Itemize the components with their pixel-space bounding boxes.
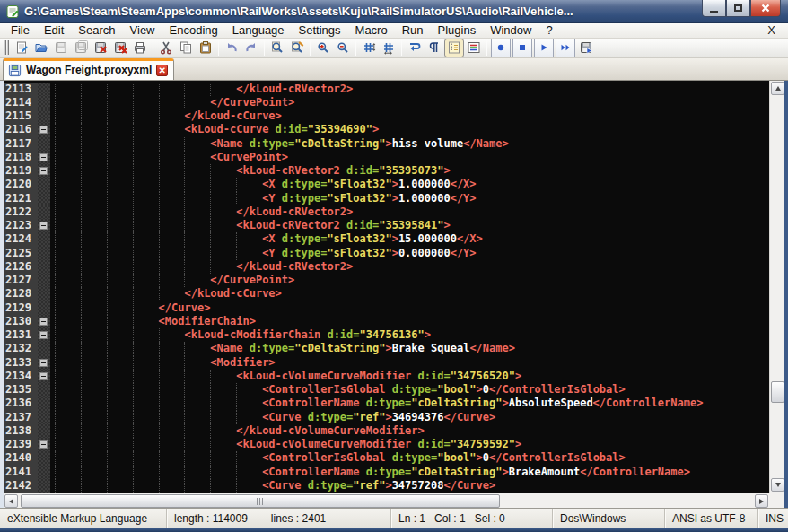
menu-plugins[interactable]: Plugins (431, 23, 484, 37)
zoom-out-button[interactable] (333, 39, 353, 57)
code-line[interactable]: 2117<Name d:type="cDeltaString">hiss vol… (4, 137, 769, 151)
menu-run[interactable]: Run (395, 23, 431, 37)
macro-playback-button[interactable] (534, 39, 554, 57)
user-defined-language-button[interactable] (464, 39, 484, 57)
editor-text-area[interactable]: 2113</kLoud-cRVector2>2114</CurvePoint>2… (4, 81, 769, 493)
code-line[interactable]: 2142<Curve d:type="ref">34757208</Curve> (4, 479, 769, 493)
minimize-button[interactable] (702, 0, 726, 17)
menu-settings[interactable]: Settings (292, 23, 348, 37)
sync-vertical-scroll-button[interactable] (359, 39, 379, 57)
fold-collapse-icon[interactable] (39, 331, 48, 339)
tab-close-icon[interactable]: ✕ (156, 65, 168, 76)
fold-collapse-icon[interactable] (39, 359, 48, 367)
tab-wagon-freight[interactable]: Wagon Freight.proxyxml ✕ (3, 58, 174, 80)
macro-record-button[interactable] (491, 39, 511, 57)
vertical-scroll-thumb[interactable] (771, 381, 784, 403)
show-indent-guide-button[interactable] (444, 39, 464, 57)
zoom-in-button[interactable] (313, 39, 333, 57)
code-line[interactable]: 2114</CurvePoint> (4, 96, 769, 109)
code-line[interactable]: 2130<ModifierChain> (4, 315, 769, 328)
sync-horizontal-scroll-button[interactable] (379, 39, 398, 57)
scroll-up-arrow[interactable] (771, 82, 784, 95)
menu-language[interactable]: Language (225, 23, 292, 37)
code-line[interactable]: 2134<kLoud-cVolumeCurveModifier d:id="34… (4, 370, 769, 383)
code-line[interactable]: 2123<kLoud-cRVector2 d:id="35395841"> (4, 219, 769, 232)
toolbar-grip[interactable] (4, 40, 9, 55)
code-line[interactable]: 2124<X d:type="sFloat32">15.000000</X> (4, 232, 769, 246)
fold-collapse-icon[interactable] (39, 222, 48, 230)
undo-button[interactable] (222, 39, 241, 57)
scroll-right-arrow[interactable] (755, 494, 768, 508)
fold-collapse-icon[interactable] (39, 318, 48, 326)
code-line[interactable]: 2140<ControllerIsGlobal d:type="bool">0<… (4, 451, 769, 465)
find-button[interactable] (267, 39, 287, 57)
menu-view[interactable]: View (123, 23, 162, 37)
replace-button[interactable] (287, 39, 307, 57)
code-line[interactable]: 2129</Curve> (4, 301, 769, 315)
paste-button[interactable] (196, 39, 215, 57)
save-file-button[interactable] (51, 39, 71, 57)
show-all-characters-button[interactable] (425, 39, 444, 57)
menu-close-document-button[interactable]: X (758, 23, 784, 37)
code-line[interactable]: 2121<Y d:type="sFloat32">1.000000</Y> (4, 192, 769, 205)
status-eol-format[interactable]: Dos\Windows (553, 509, 665, 528)
menu-edit[interactable]: Edit (37, 23, 71, 37)
maximize-button[interactable] (726, 0, 750, 17)
code-line[interactable]: 2131<kLoud-cModifierChain d:id="34756136… (4, 328, 769, 342)
fold-margin (38, 356, 50, 370)
menu-window[interactable]: Window (483, 23, 538, 37)
fold-collapse-icon[interactable] (39, 372, 48, 380)
code-line[interactable]: 2136<ControllerName d:type="cDeltaString… (4, 397, 769, 410)
cut-button[interactable] (156, 39, 176, 57)
vertical-scrollbar[interactable] (769, 81, 784, 493)
code-line[interactable]: 2138</kLoud-cVolumeCurveModifier> (4, 424, 769, 438)
horizontal-scrollbar[interactable] (4, 493, 769, 508)
open-file-button[interactable] (31, 39, 51, 57)
menu-file[interactable]: File (4, 23, 37, 37)
code-line[interactable]: 2116<kLoud-cCurve d:id="35394690"> (4, 123, 769, 136)
code-line[interactable]: 2137<Curve d:type="ref">34694376</Curve> (4, 411, 769, 424)
menu-macro[interactable]: Macro (348, 23, 395, 37)
scroll-down-arrow[interactable] (771, 478, 784, 492)
status-encoding[interactable]: ANSI as UTF-8 (665, 509, 758, 528)
code-line[interactable]: 2128</kLoud-cCurve> (4, 287, 769, 301)
menu-encoding[interactable]: Encoding (162, 23, 225, 37)
code-line[interactable]: 2115</kLoud-cCurve> (4, 109, 769, 123)
print-button[interactable] (130, 39, 150, 57)
close-button[interactable] (750, 0, 781, 17)
redo-button[interactable] (241, 39, 261, 57)
macro-save-button[interactable] (576, 39, 596, 57)
horizontal-scroll-thumb[interactable] (21, 494, 500, 508)
code-line[interactable]: 2113</kLoud-cRVector2> (4, 83, 769, 96)
scroll-left-arrow[interactable] (4, 494, 18, 508)
code-line[interactable]: 2132<Name d:type="cDeltaString">Brake Sq… (4, 342, 769, 355)
code-line[interactable]: 2126</kLoud-cRVector2> (4, 260, 769, 274)
code-line[interactable]: 2118<CurvePoint> (4, 151, 769, 164)
code-line[interactable]: 2127</CurvePoint> (4, 274, 769, 287)
close-all-button[interactable] (110, 39, 130, 57)
macro-run-multiple-button[interactable] (556, 39, 575, 57)
title-bar[interactable]: G:\Games\Steam\SteamApps\common\RailWork… (0, 0, 788, 23)
code-line[interactable]: 2125<Y d:type="sFloat32">0.000000</Y> (4, 247, 769, 260)
code-line[interactable]: 2120<X d:type="sFloat32">1.000000</X> (4, 178, 769, 191)
code-line[interactable]: 2133<Modifier> (4, 356, 769, 370)
fold-collapse-icon[interactable] (39, 440, 48, 449)
code-line[interactable]: 2141<ControllerName d:type="cDeltaString… (4, 466, 769, 479)
macro-stop-button[interactable] (512, 39, 532, 57)
copy-button[interactable] (176, 39, 196, 57)
code-line[interactable]: 2119<kLoud-cRVector2 d:id="35395073"> (4, 164, 769, 178)
macro-run-multiple-icon (558, 40, 573, 55)
fold-collapse-icon[interactable] (39, 153, 48, 161)
code-line[interactable]: 2135<ControllerIsGlobal d:type="bool">0<… (4, 383, 769, 397)
close-file-button[interactable] (91, 39, 110, 57)
word-wrap-button[interactable] (405, 39, 425, 57)
menu-search[interactable]: Search (71, 23, 122, 37)
fold-collapse-icon[interactable] (39, 167, 48, 175)
status-insert-mode[interactable]: INS (758, 509, 788, 528)
fold-collapse-icon[interactable] (39, 126, 48, 134)
save-all-button[interactable] (71, 39, 91, 57)
code-line[interactable]: 2139<kLoud-cVolumeCurveModifier d:id="34… (4, 438, 769, 451)
code-line[interactable]: 2122</kLoud-cRVector2> (4, 205, 769, 219)
new-file-button[interactable] (12, 39, 31, 57)
menu-help[interactable]: ? (538, 23, 559, 37)
